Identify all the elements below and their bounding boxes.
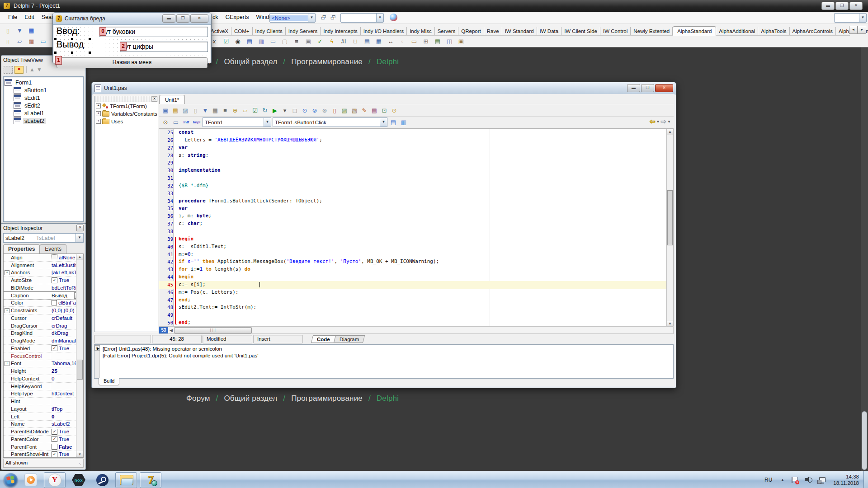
palette-component-icon[interactable]: ▤: [245, 37, 254, 46]
palette-component-icon[interactable]: ▭: [410, 37, 419, 46]
edit-input-field[interactable]: тут буковки: [99, 27, 208, 37]
explorer-item-tform1[interactable]: +TForm1(TForm): [94, 102, 158, 110]
palette-tab-iw-data[interactable]: IW Data: [537, 27, 562, 35]
show-desktop-button[interactable]: [863, 471, 868, 488]
label-vvod[interactable]: Ввод:: [57, 26, 80, 36]
editor-toolbar-icon[interactable]: ◻: [290, 106, 299, 115]
editor-toolbar-icon[interactable]: ▨: [181, 106, 190, 115]
property-row-helpkeyword[interactable]: HelpKeyword: [4, 383, 83, 390]
editor-toolbar-icon[interactable]: ▯: [330, 106, 339, 115]
editor-toolbar-icon[interactable]: ▶: [270, 106, 279, 115]
palette-tab-rave[interactable]: Rave: [484, 27, 502, 35]
palette-component-icon[interactable]: ✓: [316, 37, 325, 46]
selection-handle[interactable]: [89, 52, 91, 54]
taskbar-nox[interactable]: nox: [68, 473, 89, 488]
menu-item-file[interactable]: File: [5, 12, 21, 23]
palette-component-icon[interactable]: ▣: [304, 37, 313, 46]
tree-item-sedit1[interactable]: sEdit1: [5, 94, 82, 102]
object-inspector-title-bar[interactable]: Object Inspector ✕: [1, 224, 85, 232]
palette-tab-iw-control[interactable]: IW Control: [600, 27, 631, 35]
breadcrumb-item[interactable]: Delphi: [377, 57, 399, 66]
expand-icon[interactable]: +: [5, 361, 9, 366]
page-scrollbar[interactable]: [861, 47, 868, 471]
close-button[interactable]: ✕: [849, 2, 863, 10]
palette-tab-servers[interactable]: Servers: [435, 27, 459, 35]
hidden-icons-chevron[interactable]: ▲: [777, 478, 788, 482]
property-row-caption[interactable]: CaptionВывод…: [4, 292, 83, 300]
tree-item-sedit2[interactable]: sEdit2: [5, 102, 82, 109]
scrollbar-thumb[interactable]: ∣∣∣: [174, 327, 252, 333]
form-title-bar[interactable]: 7 Считалка бреда ▬❐✕: [53, 13, 211, 25]
palette-component-icon[interactable]: #I: [339, 37, 348, 46]
editor-maximize-button[interactable]: ❐: [641, 84, 654, 92]
palette-component-icon[interactable]: ◉: [233, 37, 242, 46]
code-line-36[interactable]: 36i, m: byte;: [159, 212, 673, 220]
editor-toolbar-icon[interactable]: ⊙: [300, 106, 309, 115]
form-design-surface[interactable]: Ввод: тут буковки 0 Вывод тут цифры 2 На…: [54, 25, 210, 61]
expand-icon[interactable]: +: [96, 119, 101, 124]
editor-toolbar-icon[interactable]: ▱: [241, 106, 250, 115]
property-row-name[interactable]: NamesLabel2: [4, 421, 83, 428]
delete-item-icon[interactable]: ✕: [14, 66, 24, 74]
palette-tab-iw-client-side[interactable]: IW Client Side: [561, 27, 600, 35]
palette-tab-alphastandard[interactable]: AlphaStandard: [673, 26, 716, 36]
palette-tab-com-[interactable]: COM+: [231, 27, 253, 35]
code-line-28[interactable]: 28s: string;: [159, 152, 673, 160]
method-combo[interactable]: TForm1.sButton1Click▼: [273, 117, 387, 127]
close-icon[interactable]: ✕: [76, 225, 84, 231]
code-line-45[interactable]: 45c:= s[i];: [159, 281, 673, 289]
navigate-back-icon[interactable]: ⇦: [650, 117, 656, 126]
editor-toolbar-icon[interactable]: ▾: [280, 106, 289, 115]
speedbar-icon[interactable]: ▯: [3, 36, 13, 46]
palette-tab-indy-misc[interactable]: Indy Misc: [407, 27, 435, 35]
editor-toolbar-icon[interactable]: ✎: [360, 106, 369, 115]
palette-tab-iw-standard[interactable]: IW Standard: [502, 27, 537, 35]
far-right-combo[interactable]: ▼: [834, 13, 867, 23]
code-line-47[interactable]: 47end;: [159, 296, 673, 304]
scroll-left-icon[interactable]: ◀: [168, 328, 174, 333]
editor-toolbar-icon[interactable]: ⊙: [161, 118, 170, 127]
scroll-down-icon[interactable]: ▼: [76, 451, 83, 457]
editor-toolbar-icon[interactable]: ▼: [201, 106, 210, 115]
tab-code[interactable]: Code: [311, 335, 336, 343]
form-close-button[interactable]: ✕: [190, 14, 208, 23]
taskbar-steam[interactable]: [92, 473, 113, 488]
code-line-44[interactable]: 44begin: [159, 273, 673, 281]
speedbar-icon[interactable]: ▦: [26, 25, 37, 35]
code-line-30[interactable]: 30implementation: [159, 167, 673, 174]
unit-tab[interactable]: Unit1*: [159, 95, 185, 104]
checkbox-checked[interactable]: ✓: [52, 429, 57, 435]
palette-component-icon[interactable]: ☑: [222, 37, 231, 46]
palette-tab-indy-servers[interactable]: Indy Servers: [286, 27, 321, 35]
desktop-layout-combo[interactable]: <None>▼: [269, 13, 316, 23]
speedbar-icon[interactable]: ▯: [3, 25, 13, 35]
palette-component-icon[interactable]: ▤: [433, 37, 442, 46]
label-vyvod[interactable]: Вывод: [57, 39, 84, 50]
network-icon[interactable]: [818, 476, 826, 483]
expand-icon[interactable]: +: [96, 103, 101, 108]
tree-item-root[interactable]: Form1: [5, 79, 82, 86]
scroll-up-icon[interactable]: ▲: [76, 254, 83, 260]
palette-scroll-right[interactable]: ▸: [858, 26, 866, 34]
expand-icon[interactable]: +: [5, 270, 9, 275]
clock[interactable]: 14:38 18.11.2018: [829, 474, 863, 486]
form-maximize-button[interactable]: ❐: [176, 14, 189, 23]
editor-toolbar-icon[interactable]: ↻: [260, 106, 269, 115]
taskbar-delphi[interactable]: 7: [140, 472, 161, 488]
palette-tab-indy-i-o-handlers[interactable]: Indy I/O Handlers: [361, 27, 407, 35]
tab-diagram[interactable]: Diagram: [334, 335, 365, 343]
property-row-anchors[interactable]: +Anchors[akLeft,akTop]: [4, 269, 83, 277]
editor-toolbar-icon[interactable]: ≡: [221, 106, 230, 115]
palette-component-icon[interactable]: ▦: [374, 37, 383, 46]
palette-tab-indy-intercepts[interactable]: Indy Intercepts: [321, 27, 360, 35]
property-row-align[interactable]: AlignalNone: [4, 254, 83, 262]
explorer-item-uses[interactable]: +Uses: [94, 117, 158, 125]
format-right-icon[interactable]: ▥: [399, 118, 408, 127]
property-row-height[interactable]: Height25: [4, 367, 83, 375]
breadcrumb-item[interactable]: Общий раздел: [224, 57, 277, 66]
property-row-font[interactable]: +FontTahoma,16,[]: [4, 360, 83, 368]
selection-handle[interactable]: [54, 38, 57, 40]
minimize-button[interactable]: ▬: [821, 2, 835, 10]
property-row-parentfont[interactable]: ParentFontFalse: [4, 443, 83, 451]
breadcrumb[interactable]: Форум / Общий раздел / Программирование …: [186, 394, 399, 403]
